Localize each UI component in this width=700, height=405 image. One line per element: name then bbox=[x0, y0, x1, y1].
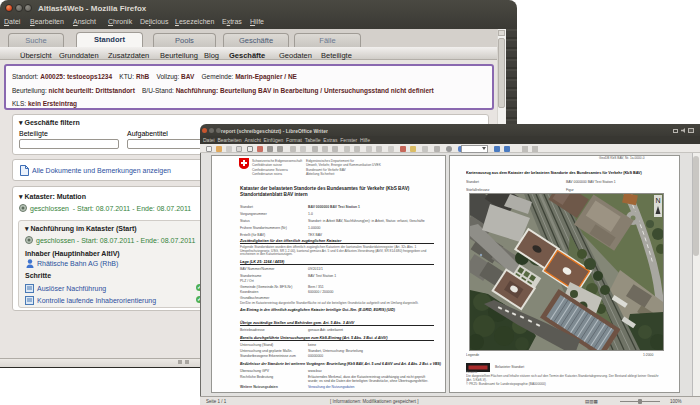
svg-text:N: N bbox=[655, 197, 660, 204]
